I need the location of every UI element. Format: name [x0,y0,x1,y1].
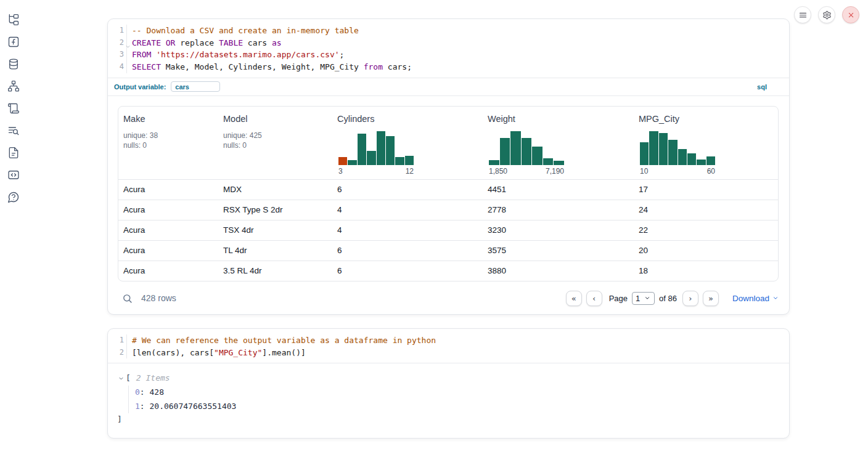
menu-icon [798,10,808,20]
table-cell: 18 [634,261,779,281]
histogram-bar [649,131,658,165]
table-cell: Acura [118,240,218,261]
code-line: 2[len(cars), cars["MPG_City"].mean()] [108,347,789,359]
sidebar [0,0,27,449]
list-search-icon[interactable] [7,124,20,137]
code-line: 4SELECT Make, Model, Cylinders, Weight, … [108,61,789,73]
table-row[interactable]: Acura3.5 RL 4dr6388018 [118,261,779,281]
shutdown-button[interactable] [842,6,859,23]
table-body: AcuraMDX6445117AcuraRSX Type S 2dr427782… [118,179,779,281]
histogram-bar [338,157,347,164]
table-cell: 6 [332,179,483,200]
table-cell: TSX 4dr [218,220,332,240]
function-square-icon[interactable] [7,36,20,48]
column-name: MPG_City [639,114,776,124]
column-name: Model [223,114,327,124]
settings-button[interactable] [818,6,835,23]
table-cell: TL 4dr [218,240,332,261]
table-cell: 4 [332,200,483,220]
column-header-mpg_city[interactable]: MPG_City1060 [634,107,779,179]
code-line: 3FROM 'https://datasets.marimo.app/cars.… [108,49,789,61]
collapse-caret-icon[interactable] [118,374,125,381]
table-row[interactable]: AcuraMDX6445117 [118,179,779,200]
column-header-cylinders[interactable]: Cylinders312 [332,107,483,179]
file-tree-icon[interactable] [7,14,20,26]
scroll-icon[interactable] [7,102,20,115]
next-page-button[interactable]: › [682,291,698,306]
output-variable-input[interactable] [171,81,220,92]
last-page-button[interactable]: » [703,291,719,306]
column-header-weight[interactable]: Weight1,8507,190 [483,107,634,179]
histogram-bar [532,147,542,165]
histogram-bar [377,131,385,165]
page-select-value: 1 [636,294,640,303]
table-cell: 2778 [483,200,634,220]
column-name: Weight [488,114,629,124]
code-line: 1# We can reference the output variable … [108,334,789,347]
table-row[interactable]: AcuraTL 4dr6357520 [118,240,779,261]
histogram-bar [395,157,404,164]
column-stats: unique: 38nulls: 0 [123,131,213,150]
row-count: 428 rows [141,293,176,303]
search-icon[interactable] [122,293,133,304]
column-header-make[interactable]: Makeunique: 38nulls: 0 [118,107,218,179]
page-select[interactable]: 1 [632,292,655,305]
histogram-bar [543,158,554,165]
histogram-bar [386,136,395,164]
sql-code-editor[interactable]: 1-- Download a CSV and create an in-memo… [108,19,789,78]
help-circle-icon[interactable] [7,191,20,203]
divider [108,95,789,96]
histogram-bar [510,131,521,165]
language-badge: sql [757,83,767,91]
dependency-graph-icon[interactable] [7,80,20,92]
download-button[interactable]: Download [732,294,779,303]
code-snippet-icon[interactable] [7,169,20,181]
prev-page-button[interactable]: ‹ [586,291,602,306]
table-cell: Acura [118,220,218,240]
column-name: Cylinders [337,114,478,124]
pagination: « ‹ Page 1 of 86 › » Download [566,291,779,306]
column-histogram[interactable]: 1,8507,190 [489,131,564,176]
histogram-bar [706,156,715,164]
chevron-down-icon [772,295,779,301]
table-cell: Acura [118,261,218,281]
histogram-bar [640,142,649,164]
table-cell: Acura [118,200,218,220]
items-count-label: 2 Items [136,373,170,382]
histogram-bar [659,133,668,165]
database-icon[interactable] [7,58,20,70]
histogram-bar [405,156,414,165]
first-page-button[interactable]: « [566,291,582,306]
file-text-icon[interactable] [7,147,20,159]
column-header-model[interactable]: Modelunique: 425nulls: 0 [218,107,332,179]
histogram-bar [668,140,677,164]
table-row[interactable]: AcuraTSX 4dr4323022 [118,220,779,240]
tree-entry: 0: 428 [135,386,789,400]
histogram-bar [697,160,705,165]
table-cell: 3880 [483,261,634,281]
column-histogram[interactable]: 1060 [640,131,715,176]
python-code-editor[interactable]: 1# We can reference the output variable … [108,329,789,363]
histogram-axis-labels: 1,8507,190 [489,167,564,176]
gear-icon [822,10,832,20]
histogram-bar [489,160,499,165]
menu-button[interactable] [794,6,811,23]
column-stats: unique: 425nulls: 0 [223,131,327,150]
table-row[interactable]: AcuraRSX Type S 2dr4277824 [118,200,779,220]
table-cell: 4451 [483,179,634,200]
sql-cell: 1-- Download a CSV and create an in-memo… [107,18,790,315]
histogram-bar [522,138,532,165]
table-footer: 428 rows « ‹ Page 1 of 86 › » Download [118,289,779,307]
fold-chevron-icon[interactable] [125,41,131,47]
close-bracket: ] [117,413,789,426]
code-line: 2CREATE OR replace TABLE cars as [108,37,789,49]
histogram-bar [554,161,564,165]
column-histogram[interactable]: 312 [338,131,414,176]
chevron-down-icon [644,295,650,301]
output-tree: [ 2 Items 0: 4281: 20.060747663551403 ] [108,363,789,426]
table-cell: 6 [332,261,483,281]
topbar [794,6,859,23]
table-cell: 4 [332,220,483,240]
table-cell: 17 [634,179,779,200]
table-cell: 22 [634,220,779,240]
